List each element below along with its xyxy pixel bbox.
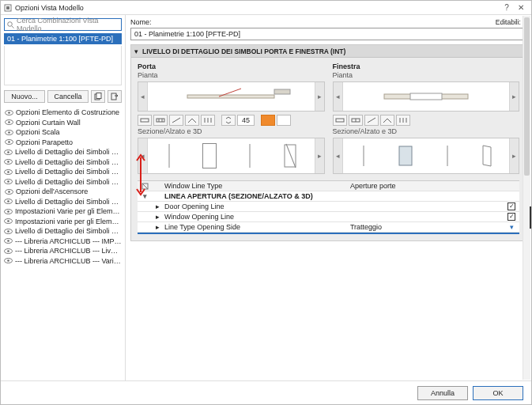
scrollbar[interactable] <box>523 16 530 380</box>
finestra-pianta-preview[interactable]: ◂ ▸ <box>333 81 520 112</box>
porta-column: Porta Pianta ◂ ▸ <box>138 62 325 174</box>
tree-item[interactable]: Opzioni dell'Ascensore <box>4 187 122 197</box>
nome-input[interactable]: 01 - Planimetrie 1:100 [PFTE-PD] <box>130 28 526 40</box>
finestra-3d-preview[interactable]: ◂ ▸ <box>333 138 520 174</box>
tree-item[interactable]: Livello di Dettaglio dei Simboli Scala e… <box>4 147 122 157</box>
tree-item[interactable]: --- Libreria ARCHICLUB --- IMPOSTAZIONI … <box>4 237 122 247</box>
tree-item[interactable]: Opzioni Scala <box>4 127 122 138</box>
grid-header: Window Line Type Aperture porte <box>138 181 519 191</box>
prev-arrow-right[interactable]: ▸ <box>315 82 324 111</box>
tb-icon[interactable] <box>153 115 168 126</box>
search-icon <box>7 21 14 28</box>
ok-button[interactable]: OK <box>473 386 523 400</box>
checkbox[interactable]: ✓ <box>507 213 515 221</box>
svg-line-46 <box>172 118 180 123</box>
tb-color[interactable] <box>277 115 291 126</box>
caret-down-icon: ▾ <box>134 47 138 55</box>
tb-icon[interactable] <box>201 115 215 126</box>
tree-item[interactable]: Opzioni Curtain Wall <box>4 118 122 128</box>
svg-rect-43 <box>157 119 164 122</box>
eye-icon <box>4 218 13 224</box>
grid-row[interactable]: ▸ Line Type Opening Side Tratteggio ▾ <box>138 222 519 233</box>
eye-icon <box>4 159 13 165</box>
svg-rect-39 <box>187 95 274 98</box>
svg-point-18 <box>7 161 9 163</box>
tree-item[interactable]: Opzioni Parapetto <box>4 138 122 148</box>
svg-point-30 <box>7 220 9 222</box>
help-button[interactable]: ? <box>500 2 514 14</box>
svg-point-16 <box>7 151 9 153</box>
nuovo-button[interactable]: Nuovo... <box>4 90 45 103</box>
eye-icon <box>4 139 13 145</box>
tb-icon[interactable] <box>185 115 199 126</box>
svg-point-32 <box>7 230 9 233</box>
porta-toolbar: 45 <box>138 115 325 126</box>
search-placeholder: Cerca Combinazioni Vista Modello <box>17 17 119 32</box>
eye-icon <box>4 229 13 234</box>
prev-arrow-left[interactable]: ◂ <box>138 82 148 111</box>
tree-item[interactable]: Livello di Dettaglio dei Simboli Porta, … <box>4 197 122 207</box>
svg-rect-64 <box>399 146 412 165</box>
svg-point-8 <box>8 112 10 114</box>
annulla-button[interactable]: Annulla <box>417 386 468 400</box>
tb-icon[interactable] <box>169 115 183 126</box>
grid-row[interactable]: ▸ Door Opening Line ✓ <box>138 202 519 212</box>
eye-icon <box>4 209 13 214</box>
eye-icon <box>4 130 13 135</box>
porta-pianta-preview[interactable]: ◂ ▸ <box>138 81 325 112</box>
nome-label: Nome: <box>130 18 152 26</box>
tree-item[interactable]: Opzioni Elemento di Costruzione <box>4 108 122 118</box>
svg-rect-42 <box>141 119 149 122</box>
eye-icon <box>4 238 13 244</box>
combo-list-area <box>4 46 122 85</box>
options-tree[interactable]: Opzioni Elemento di CostruzioneOpzioni C… <box>4 108 122 380</box>
svg-rect-1 <box>6 6 9 9</box>
tree-item[interactable]: --- Libreria ARCHICLUB --- Livello di De… <box>4 246 122 256</box>
eye-icon <box>4 189 13 195</box>
accordion-header[interactable]: ▾ LIVELLO DI DETTAGLIO DEI SIMBOLI PORTA… <box>131 45 526 58</box>
detail-panel: ▾ LIVELLO DI DETTAGLIO DEI SIMBOLI PORTA… <box>130 44 526 241</box>
eye-icon <box>4 179 13 184</box>
titlebar: Opzioni Vista Modello ? ✕ <box>1 1 531 15</box>
footer: Annulla OK <box>1 380 531 404</box>
finestra-column: Finestra Pianta ◂ ▸ Sezione/Alzato <box>333 62 520 174</box>
svg-point-36 <box>7 250 9 252</box>
eye-icon <box>4 169 13 175</box>
svg-point-34 <box>7 240 9 242</box>
svg-line-59 <box>368 118 375 123</box>
svg-rect-6 <box>111 93 116 100</box>
tb-value[interactable]: 45 <box>237 115 255 126</box>
tb-stepper[interactable] <box>221 115 236 126</box>
tree-item[interactable]: Impostazioni varie per gli Elementi di L… <box>4 217 122 227</box>
app-icon <box>4 4 12 12</box>
close-button[interactable]: ✕ <box>514 2 528 14</box>
svg-line-67 <box>142 184 148 189</box>
svg-point-24 <box>8 191 10 193</box>
tree-item[interactable]: --- Libreria ARCHICLUB --- Varianti del … <box>4 256 122 267</box>
tb-icon[interactable] <box>138 115 152 126</box>
tree-item[interactable]: Impostazioni Varie per gli Elementi di L… <box>4 206 122 217</box>
porta-3d-preview[interactable]: ◂ ▸ <box>138 138 325 174</box>
grid-row[interactable]: ▸ Window Opening Line ✓ <box>138 212 519 222</box>
finestra-toolbar <box>333 115 520 126</box>
combo-selected[interactable]: 01 - Planimetrie 1:100 [PFTE-PD] <box>4 33 122 44</box>
svg-point-22 <box>7 180 9 183</box>
eye-icon <box>4 119 13 125</box>
svg-rect-55 <box>410 93 442 100</box>
duplicate-button[interactable] <box>91 90 105 103</box>
svg-point-10 <box>8 121 10 123</box>
tree-item[interactable]: Livello di Dettaglio dei Simboli Porta e… <box>4 177 122 187</box>
search-input[interactable]: Cerca Combinazioni Vista Modello <box>4 18 122 31</box>
checkbox[interactable]: ✓ <box>507 202 515 210</box>
export-button[interactable] <box>108 90 122 103</box>
svg-rect-5 <box>96 93 101 99</box>
window-title: Opzioni Vista Modello <box>15 4 84 12</box>
svg-point-12 <box>8 131 10 134</box>
tree-item[interactable]: Livello di Dettaglio dei Simboli Scala e… <box>4 157 122 168</box>
tb-color[interactable] <box>261 115 275 126</box>
tree-item[interactable]: Livello di Dettaglio dei Simboli di Port… <box>4 167 122 177</box>
grid-section-title[interactable]: ▾ LINEA APERTURA (SEZIONE/ALZATO & 3D) <box>138 191 519 202</box>
svg-line-53 <box>283 144 299 168</box>
door-plan-icon <box>179 86 282 107</box>
tree-item[interactable]: Livello di Dettaglio dei Simboli di Luce… <box>4 226 122 237</box>
